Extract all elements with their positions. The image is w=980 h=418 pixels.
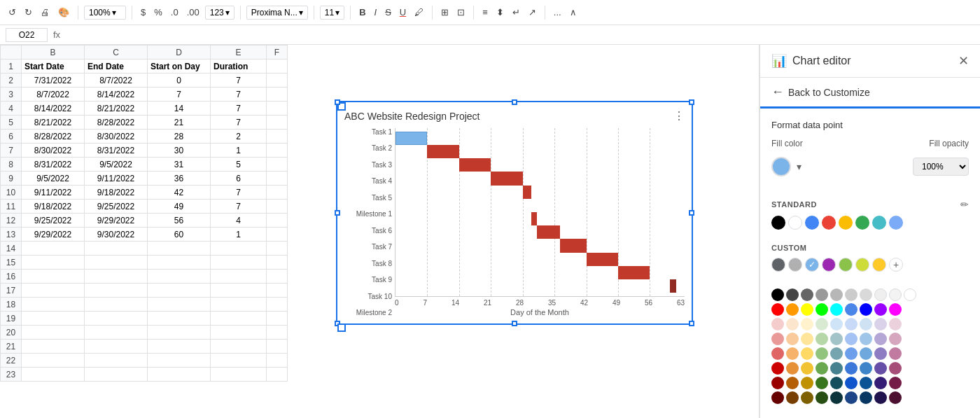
big-color-2-6[interactable]: [860, 318, 872, 330]
big-color-3-4[interactable]: [830, 333, 843, 345]
cell-r20-c4[interactable]: [267, 326, 288, 340]
cell-r23-c4[interactable]: [267, 368, 288, 382]
big-color-1-0[interactable]: [771, 303, 784, 316]
cell-r22-c2[interactable]: [148, 354, 211, 368]
gantt-bar-task4[interactable]: [491, 172, 522, 185]
big-color-7-2[interactable]: [801, 391, 813, 404]
cell-r9-c0[interactable]: 9/5/2022: [22, 172, 85, 186]
cell-r11-c3[interactable]: 7: [211, 200, 267, 214]
cell-r16-c0[interactable]: [22, 270, 85, 284]
big-color-4-8[interactable]: [889, 347, 902, 360]
standard-color-0[interactable]: [771, 216, 785, 230]
cell-r23-c3[interactable]: [211, 368, 267, 382]
big-color-6-2[interactable]: [801, 377, 813, 389]
cell-r16-c1[interactable]: [85, 270, 148, 284]
cell-r17-c0[interactable]: [22, 284, 85, 298]
chart-handle-br[interactable]: [689, 321, 694, 326]
cell-r22-c4[interactable]: [267, 354, 288, 368]
cell-r7-c2[interactable]: 30: [148, 144, 211, 158]
big-color-3-5[interactable]: [845, 333, 858, 345]
standard-color-6[interactable]: [872, 216, 886, 230]
big-color-1-2[interactable]: [801, 303, 813, 316]
standard-color-7[interactable]: [889, 216, 903, 230]
cell-r14-c4[interactable]: [267, 242, 288, 256]
cell-r16-c4[interactable]: [267, 270, 288, 284]
gantt-bar-task10[interactable]: [618, 266, 650, 279]
standard-color-5[interactable]: [855, 216, 869, 230]
cell-r18-c3[interactable]: [211, 298, 267, 312]
decimal0-button[interactable]: .0: [168, 6, 181, 19]
cell-r6-c0[interactable]: 8/28/2022: [22, 130, 85, 144]
chart-menu-button[interactable]: ⋮: [673, 109, 685, 123]
gantt-bar-task9[interactable]: [587, 253, 618, 266]
big-color-5-3[interactable]: [816, 362, 828, 375]
cell-r7-c1[interactable]: 8/31/2022: [85, 144, 148, 158]
zoom-dropdown[interactable]: 100% ▾: [84, 6, 126, 20]
cell-r9-c1[interactable]: 9/11/2022: [85, 172, 148, 186]
chart-handle-rm[interactable]: [689, 210, 694, 216]
bold-button[interactable]: B: [356, 6, 368, 19]
number-format-dropdown[interactable]: 123 ▾: [205, 6, 234, 20]
cell-r5-c3[interactable]: 7: [211, 116, 267, 130]
cell-r7-c3[interactable]: 1: [211, 144, 267, 158]
cell-r22-c1[interactable]: [85, 354, 148, 368]
cell-r13-c1[interactable]: 9/30/2022: [85, 228, 148, 242]
valign-button[interactable]: ⬍: [493, 6, 507, 19]
big-color-4-6[interactable]: [860, 347, 872, 360]
custom-color-4[interactable]: [839, 258, 853, 272]
chart-handle-bl[interactable]: [335, 321, 340, 326]
custom-color-5[interactable]: [855, 258, 869, 272]
big-color-6-3[interactable]: [816, 377, 828, 389]
custom-color-3[interactable]: [822, 258, 836, 272]
cell-r4-c0[interactable]: 8/14/2022: [22, 102, 85, 116]
big-color-1-6[interactable]: [860, 303, 872, 316]
big-color-3-8[interactable]: [889, 333, 902, 345]
big-color-5-1[interactable]: [786, 362, 799, 375]
cell-r17-c3[interactable]: [211, 284, 267, 298]
big-color-7-7[interactable]: [874, 391, 887, 404]
big-color-6-6[interactable]: [860, 377, 872, 389]
big-color-6-4[interactable]: [830, 377, 843, 389]
color-swatch-button[interactable]: [771, 157, 791, 176]
big-color-2-8[interactable]: [889, 318, 902, 330]
cell-r21-c1[interactable]: [85, 340, 148, 354]
cell-r13-c2[interactable]: 60: [148, 228, 211, 242]
big-color-7-5[interactable]: [845, 391, 858, 404]
big-color-7-0[interactable]: [771, 391, 784, 404]
big-color-4-4[interactable]: [830, 347, 843, 360]
cell-r2-c1[interactable]: 8/7/2022: [85, 74, 148, 88]
redo-button[interactable]: ↻: [22, 6, 35, 19]
cell-r6-c2[interactable]: 28: [148, 130, 211, 144]
cell-r21-c4[interactable]: [267, 340, 288, 354]
custom-color-6[interactable]: [872, 258, 886, 272]
cell-r19-c2[interactable]: [148, 312, 211, 326]
cell-r12-c1[interactable]: 9/29/2022: [85, 214, 148, 228]
cell-r9-c3[interactable]: 6: [211, 172, 267, 186]
cell-r8-c3[interactable]: 5: [211, 158, 267, 172]
cell-r18-c4[interactable]: [267, 298, 288, 312]
chart-handle-tr[interactable]: [689, 99, 694, 105]
big-color-0-8[interactable]: [889, 288, 902, 301]
big-color-4-0[interactable]: [771, 347, 784, 360]
col-header-f[interactable]: F: [267, 46, 288, 60]
cell-r2-c3[interactable]: 7: [211, 74, 267, 88]
cell-r15-c4[interactable]: [267, 256, 288, 270]
big-color-3-2[interactable]: [801, 333, 813, 345]
chart-container[interactable]: ABC Website Redesign Project ⋮ Task 1 Ta…: [336, 101, 693, 325]
text-color-button[interactable]: U: [397, 6, 409, 19]
big-color-0-0[interactable]: [771, 288, 784, 301]
cell-r16-c2[interactable]: [148, 270, 211, 284]
cell-r2-c2[interactable]: 0: [148, 74, 211, 88]
cell-r19-c3[interactable]: [211, 312, 267, 326]
big-color-7-6[interactable]: [860, 391, 872, 404]
more-button[interactable]: ...: [551, 6, 564, 19]
cell-r15-c1[interactable]: [85, 256, 148, 270]
big-color-3-0[interactable]: [771, 333, 784, 345]
print-button[interactable]: 🖨: [38, 6, 52, 19]
big-color-2-1[interactable]: [786, 318, 799, 330]
cell-r14-c3[interactable]: [211, 242, 267, 256]
big-color-6-0[interactable]: [771, 377, 784, 389]
cell-r22-c0[interactable]: [22, 354, 85, 368]
close-button[interactable]: ✕: [958, 53, 969, 69]
big-color-4-1[interactable]: [786, 347, 799, 360]
